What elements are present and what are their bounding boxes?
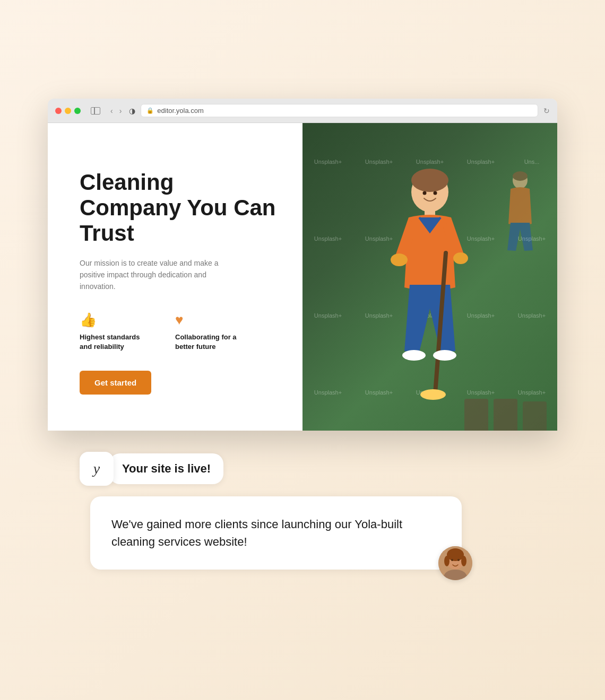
website-content: Cleaning Company You Can Trust Our missi… bbox=[48, 123, 557, 431]
feature-item-2: ♥ Collaborating for a better future bbox=[175, 312, 249, 352]
feature-label-2: Collaborating for a better future bbox=[175, 332, 249, 352]
cleaner-figure bbox=[371, 150, 488, 404]
feature-label-1: Highest standards and reliability bbox=[80, 332, 154, 352]
left-panel: Cleaning Company You Can Trust Our missi… bbox=[48, 123, 302, 431]
watermark-11: Unsplash+ bbox=[302, 277, 353, 354]
brightness-button[interactable]: ◑ bbox=[129, 107, 135, 115]
watermark-16: Unsplash+ bbox=[302, 354, 353, 431]
chair-2 bbox=[494, 399, 517, 431]
url-text: editor.yola.com bbox=[157, 107, 203, 115]
lock-icon: 🔒 bbox=[146, 107, 154, 114]
chair-3 bbox=[523, 401, 547, 431]
watermark-15: Unsplash+ bbox=[506, 277, 557, 354]
svg-point-19 bbox=[457, 559, 460, 561]
heart-icon: ♥ bbox=[175, 312, 249, 328]
yola-logo-badge: y bbox=[80, 452, 114, 486]
svg-point-12 bbox=[513, 171, 528, 181]
testimonial-bubble: We've gained more clients since launchin… bbox=[90, 496, 462, 570]
hero-image: Unsplash+ Unsplash+ Unsplash+ Unsplash+ … bbox=[302, 123, 557, 431]
svg-point-16 bbox=[444, 556, 450, 566]
svg-point-4 bbox=[453, 252, 468, 264]
svg-point-17 bbox=[461, 556, 466, 566]
chat-section: y Your site is live! We've gained more c… bbox=[48, 431, 557, 601]
svg-point-7 bbox=[402, 350, 426, 361]
features-list: 👍 Highest standards and reliability ♥ Co… bbox=[80, 312, 276, 352]
right-panel: Unsplash+ Unsplash+ Unsplash+ Unsplash+ … bbox=[302, 123, 557, 431]
svg-point-6 bbox=[420, 389, 446, 400]
svg-point-9 bbox=[423, 191, 427, 195]
sidebar-toggle[interactable] bbox=[88, 106, 103, 116]
close-button[interactable] bbox=[55, 108, 62, 114]
feature-item-1: 👍 Highest standards and reliability bbox=[80, 312, 154, 352]
watermark-1: Unsplash+ bbox=[302, 123, 353, 200]
chat-notification: y Your site is live! bbox=[80, 452, 223, 486]
testimonial-text: We've gained more clients since launchin… bbox=[111, 515, 440, 550]
get-started-button[interactable]: Get started bbox=[80, 371, 151, 395]
svg-point-1 bbox=[411, 169, 448, 192]
maximize-button[interactable] bbox=[74, 108, 81, 114]
svg-point-3 bbox=[391, 253, 408, 266]
avatar-image bbox=[438, 546, 472, 580]
address-bar[interactable]: 🔒 editor.yola.com bbox=[141, 104, 538, 117]
forward-button[interactable]: › bbox=[117, 106, 124, 116]
svg-point-18 bbox=[451, 559, 453, 561]
nav-buttons: ‹ › bbox=[108, 106, 124, 116]
back-button[interactable]: ‹ bbox=[108, 106, 115, 116]
user-avatar bbox=[438, 546, 472, 580]
browser-window: ‹ › ◑ 🔒 editor.yola.com ↻ Cleaning Compa… bbox=[48, 99, 557, 431]
thumbs-up-icon: 👍 bbox=[80, 312, 154, 328]
watermark-6: Unsplash+ bbox=[302, 200, 353, 277]
main-heading: Cleaning Company You Can Trust bbox=[80, 170, 276, 247]
traffic-lights bbox=[55, 108, 81, 114]
subtext: Our mission is to create value and make … bbox=[80, 257, 228, 293]
browser-toolbar: ‹ › ◑ 🔒 editor.yola.com ↻ bbox=[48, 99, 557, 123]
svg-point-8 bbox=[433, 350, 456, 361]
svg-point-10 bbox=[434, 191, 437, 195]
reload-button[interactable]: ↻ bbox=[543, 107, 550, 115]
minimize-button[interactable] bbox=[65, 108, 71, 114]
background-cleaner bbox=[499, 165, 541, 274]
sidebar-icon bbox=[91, 107, 100, 115]
site-live-bubble: Your site is live! bbox=[109, 453, 223, 484]
svg-point-15 bbox=[447, 548, 464, 561]
